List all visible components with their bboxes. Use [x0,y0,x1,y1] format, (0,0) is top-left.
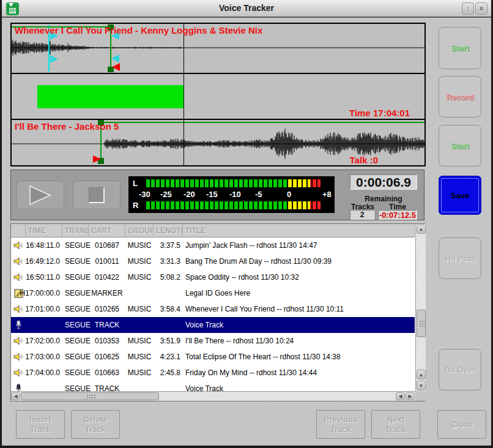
cell-length: 3:31.3 [154,253,183,269]
vertical-scrollbar[interactable]: ▲ ▲ ▼ [415,224,426,391]
insert-track-button[interactable]: InsertTrack [16,410,65,439]
log-row[interactable]: SEGUETRACKVoice Track [11,381,415,391]
button-label-line: Close [451,420,472,430]
do-over-button[interactable]: Do Over [439,349,481,390]
scroll-left-icon[interactable]: ◀ [11,392,20,400]
column-header-trans[interactable]: TRANS [62,224,89,237]
transport-panel: L R -30-25-20-15-10-50+8 0:00:06.9 Remai… [10,170,424,220]
save-button[interactable]: Save [439,176,481,215]
cell-length [154,285,183,301]
log-row[interactable]: 17:04:00.0SEGUE010663MUSIC2:45.8Friday O… [11,365,415,381]
track2-waveform-pane[interactable]: I'll Be There - Jackson 5 Talk :0 [12,120,424,165]
stop-button[interactable] [73,181,120,209]
close-button[interactable]: Close [437,410,486,439]
cell-title: Voice Track [183,317,415,333]
next-track-button[interactable]: NextTrack [371,410,420,439]
cell-icon [11,317,26,333]
button-label-line: Insert [29,415,51,425]
cell-length: 5:08.2 [154,269,183,285]
cell-group [125,285,154,301]
horizontal-scrollbar-thumb[interactable] [21,392,159,400]
cell-length: 2:45.8 [154,365,183,381]
log-row-selected[interactable]: SEGUETRACKVoice Track [11,317,415,333]
play-button[interactable] [17,181,64,209]
log-row[interactable]: 17:01:00.0SEGUE010265MUSIC3:58.4Whenever… [11,301,415,317]
cell-time: 16:48:11.0 [26,237,62,253]
fade-handle-bottom[interactable] [108,67,114,72]
start-track2-button[interactable]: Start [439,125,481,166]
cell-cart: 010011 [89,253,125,269]
track1-waveform-pane[interactable]: Whenever I Call You Friend - Kenny Loggi… [12,24,424,73]
scroll-up-icon[interactable]: ▲ [417,225,426,234]
cell-trans: SEGUE [62,317,89,333]
scroll-down-icon[interactable]: ▼ [417,381,426,390]
start-track1-button[interactable]: Start [439,27,481,69]
cell-cart: TRACK [89,317,125,333]
meter-scale-label: 0 [287,190,291,199]
elapsed-time-display: 0:00:06.9 [350,174,417,190]
cell-time: 16:50:11.0 [26,269,62,285]
meter-scale-label: +8 [322,190,332,199]
cell-icon [11,253,26,269]
cell-trans: SEGUE [62,237,89,253]
cell-title: Space Oddity -- rdhost 11/30 10:32 [183,269,415,285]
hit-post-button[interactable]: Hit Post [439,237,481,279]
column-header-icon[interactable] [11,224,26,237]
column-header-title[interactable]: TITLE [183,224,415,237]
cell-length: 3:58.4 [154,301,183,317]
thumb-grip [86,394,96,400]
scrollbar-corner [415,391,425,401]
cell-time [26,317,62,333]
maximize-icon[interactable]: ↑ [462,2,474,15]
cell-time: 17:03:00.0 [26,349,62,365]
remaining-tracks-value: 2 [350,210,374,220]
cell-title: Voice Track [183,381,415,391]
log-row[interactable]: 16:48:11.0SEGUE010687MUSIC3:37.5Jumpin' … [11,237,415,253]
cell-cart: 010663 [89,365,125,381]
scroll-right-icon[interactable]: ▶ [406,392,415,400]
delete-track-button[interactable]: DeleteTrack [71,410,120,439]
log-row[interactable]: 16:49:12.0SEGUE010011MUSIC3:31.3Bang The… [11,253,415,269]
meter-scale-label: -5 [255,190,262,199]
voice-track-pane[interactable]: Time 17:04:01 [12,74,424,119]
column-header-cart[interactable]: CART [89,224,125,237]
titlebar[interactable]: Voice Tracker ↑ × [2,0,491,18]
previous-track-button[interactable]: PreviousTrack [316,410,365,439]
column-header-time[interactable]: TIME [26,224,62,237]
speaker-icon [13,241,24,250]
remaining-label: Remaining [350,195,417,203]
talk-marker-icon[interactable] [50,55,58,63]
record-button[interactable]: Record [439,76,481,118]
speaker-icon [13,256,24,266]
cell-title: Bang The Drum All Day -- rdhost 11/30 09… [183,253,415,269]
log-table: TIMETRANSCARTGROUPLENGTHTITLE 16:48:11.0… [10,223,425,401]
log-row[interactable]: 17:02:00.0SEGUE010353MUSIC3:51.9I'll Be … [11,333,415,349]
cell-group [125,381,154,391]
cell-title: Whenever I Call You Friend -- rdhost 11/… [183,301,415,317]
log-row[interactable]: 17:03:00.0SEGUE010625MUSIC4:23.1Total Ec… [11,349,415,365]
vertical-scrollbar-thumb[interactable] [417,310,426,337]
speaker-icon [13,336,24,346]
talk-end-marker-icon[interactable] [111,54,119,62]
horizontal-scrollbar[interactable]: ◀ ◀ ▶ [11,391,415,401]
column-header-length[interactable]: LENGTH [154,224,183,237]
log-row[interactable]: 16:50:11.0SEGUE010422MUSIC5:08.2Space Od… [11,269,415,285]
cell-group: MUSIC [125,365,154,381]
cell-trans: SEGUE [62,381,89,391]
cell-title: Legal ID Goes Here [183,285,415,301]
speaker-icon [13,352,24,362]
cell-cart: 010422 [89,269,125,285]
scroll-left-icon[interactable]: ◀ [396,392,405,400]
column-header-group[interactable]: GROUP [125,224,154,237]
voice-track-region[interactable] [37,85,184,108]
play-icon [28,185,53,206]
cell-group: MUSIC [125,253,154,269]
log-row[interactable]: H17:00:00.0SEGUEMARKERLegal ID Goes Here [11,285,415,301]
cell-time [26,381,62,391]
cell-time: H17:00:00.0 [26,285,62,301]
close-icon[interactable]: × [475,2,487,15]
scroll-up-icon[interactable]: ▲ [417,370,426,379]
stop-icon [89,187,105,203]
cell-cart: 010353 [89,333,125,349]
speaker-icon [13,368,24,378]
